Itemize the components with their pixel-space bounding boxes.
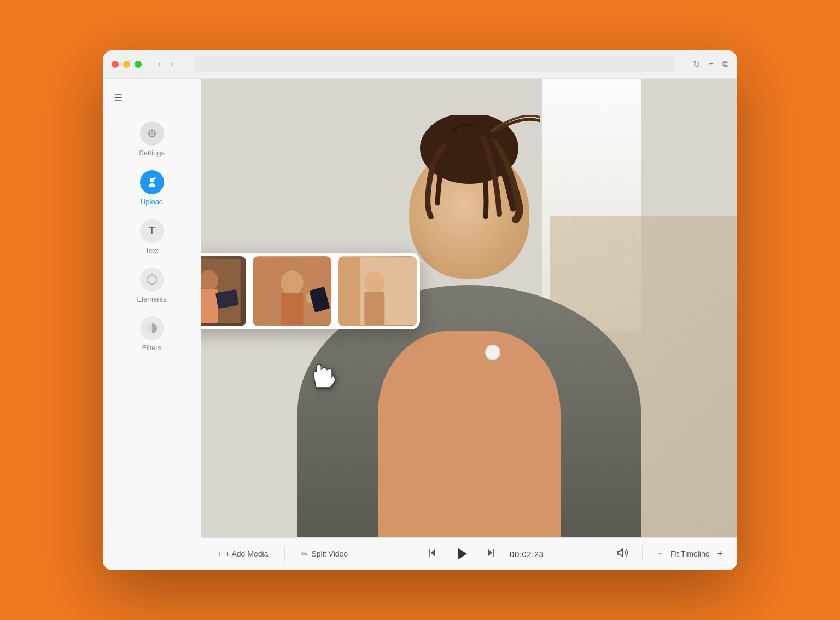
- svg-marker-25: [618, 549, 622, 556]
- text-icon: T: [140, 219, 164, 243]
- hamburger-button[interactable]: ☰: [103, 88, 201, 115]
- zoom-out-button[interactable]: −: [654, 547, 666, 561]
- svg-rect-12: [281, 293, 303, 325]
- close-button[interactable]: [112, 61, 119, 68]
- thumbnail-segment-3: [338, 256, 417, 326]
- split-video-button[interactable]: ✂ Split Video: [296, 546, 353, 561]
- forward-button[interactable]: ›: [167, 57, 177, 71]
- sidebar-item-elements[interactable]: Elements: [103, 261, 201, 310]
- svg-marker-21: [431, 549, 435, 556]
- upload-label: Upload: [141, 198, 163, 206]
- minimize-button[interactable]: [123, 61, 130, 68]
- svg-marker-1: [147, 274, 156, 284]
- thumb-scene-3: [338, 256, 417, 326]
- elements-icon: [140, 268, 164, 292]
- volume-icon: [617, 547, 629, 559]
- add-tab-icon[interactable]: +: [709, 59, 714, 69]
- filters-label: Filters: [142, 344, 161, 352]
- fit-timeline-label: Fit Timeline: [670, 549, 710, 558]
- skip-forward-button[interactable]: [483, 545, 499, 563]
- video-area: ⏸: [201, 79, 737, 570]
- settings-label: Settings: [139, 149, 165, 157]
- thumb-scene-2: [253, 256, 331, 326]
- play-icon: [458, 548, 467, 559]
- toolbar-right: ↻ + ⧉: [693, 59, 728, 69]
- controls-divider-1: [284, 546, 285, 561]
- title-bar: ‹ › ↻ + ⧉: [103, 50, 737, 79]
- thumb-scene-1: [201, 259, 243, 323]
- svg-point-11: [281, 270, 303, 295]
- skip-forward-icon: [486, 547, 497, 558]
- add-media-label: + Add Media: [225, 549, 268, 558]
- controls-divider-2: [642, 546, 643, 561]
- hand-cursor-svg: [308, 358, 338, 391]
- svg-rect-22: [429, 549, 430, 556]
- zoom-in-button[interactable]: +: [714, 547, 727, 561]
- thumbnail-segment-1: [201, 256, 246, 326]
- svg-point-17: [364, 271, 384, 294]
- svg-rect-18: [364, 292, 384, 325]
- video-preview[interactable]: ⏸: [201, 79, 737, 537]
- thumbnail-segment-2: [253, 256, 331, 326]
- thumbnail-handle-2: [334, 277, 336, 305]
- person-hair: [398, 115, 540, 225]
- upload-icon: [140, 170, 164, 194]
- play-button[interactable]: [451, 543, 472, 565]
- scissors-icon: ✂: [301, 549, 308, 558]
- text-label: Text: [145, 246, 159, 254]
- refresh-icon[interactable]: ↻: [693, 59, 700, 69]
- sidebar-item-filters[interactable]: Filters: [103, 310, 201, 358]
- skip-back-icon: [427, 547, 438, 558]
- sidebar-item-text[interactable]: T Text: [103, 212, 201, 261]
- svg-marker-23: [488, 549, 492, 556]
- fit-timeline-area: − Fit Timeline +: [654, 547, 726, 561]
- thumbnail-handle-1: [248, 277, 250, 305]
- timestamp-display: 00:02:23: [510, 549, 544, 559]
- sidebar: ☰ ⚙ Settings Upload T: [103, 79, 201, 570]
- svg-rect-24: [493, 549, 494, 556]
- split-video-label: Split Video: [311, 549, 348, 558]
- volume-button[interactable]: [615, 544, 631, 564]
- controls-bar: + + Add Media ✂ Split Video: [201, 537, 737, 570]
- filters-icon: [140, 316, 164, 340]
- add-media-icon: +: [218, 549, 222, 558]
- nav-buttons: ‹ ›: [155, 57, 177, 71]
- traffic-lights: [112, 61, 142, 68]
- add-media-button[interactable]: + + Add Media: [212, 546, 273, 561]
- hand-cursor: [308, 358, 338, 397]
- hair-svg: [398, 115, 540, 225]
- main-content: ☰ ⚙ Settings Upload T: [103, 79, 737, 570]
- duplicate-icon[interactable]: ⧉: [722, 59, 728, 69]
- skip-back-button[interactable]: [424, 545, 440, 563]
- address-bar[interactable]: [195, 56, 675, 72]
- person-shirt: [378, 331, 560, 537]
- drag-thumbnail[interactable]: ⏸: [201, 253, 420, 329]
- elements-label: Elements: [137, 295, 166, 303]
- app-window: ‹ › ↻ + ⧉ ☰ ⚙ Settings: [103, 50, 737, 570]
- settings-icon: ⚙: [140, 121, 164, 146]
- sidebar-item-upload[interactable]: Upload: [103, 164, 201, 212]
- back-button[interactable]: ‹: [155, 57, 164, 71]
- sidebar-item-settings[interactable]: ⚙ Settings: [103, 115, 201, 164]
- volunteer-badge: [485, 345, 500, 360]
- svg-rect-8: [201, 289, 218, 323]
- maximize-button[interactable]: [135, 61, 142, 68]
